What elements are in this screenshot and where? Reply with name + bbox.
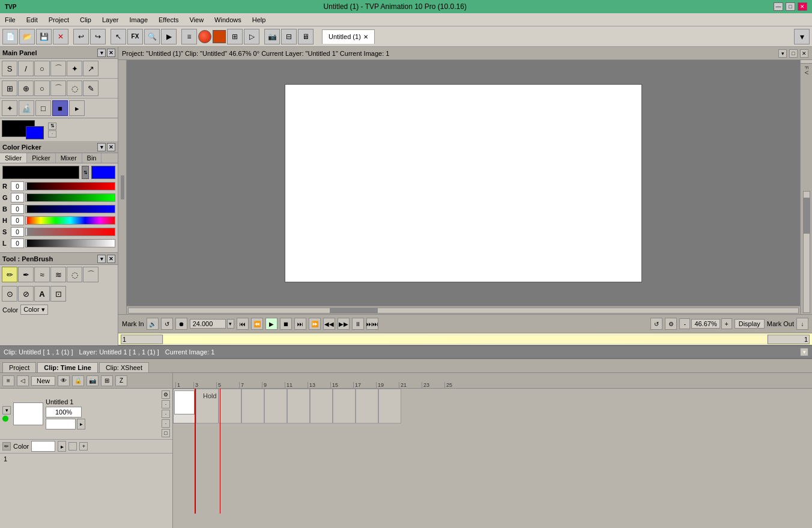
clip-status-menu-button[interactable]: ▾ bbox=[800, 348, 808, 356]
tool-redo[interactable]: ↪ bbox=[90, 29, 106, 44]
tl-layer-expand-button[interactable]: ▾ bbox=[2, 406, 11, 414]
tool-grid2[interactable]: ⊟ bbox=[281, 29, 297, 44]
tl-layer-square[interactable]: □ bbox=[162, 429, 170, 437]
s-slider-track[interactable] bbox=[25, 228, 115, 236]
pb-pause-button[interactable]: ⏸ bbox=[352, 318, 364, 330]
tool-stop[interactable]: ✕ bbox=[53, 29, 68, 44]
tool-r5[interactable]: ◌ bbox=[67, 80, 82, 96]
tool-arc[interactable]: ⌒ bbox=[50, 61, 66, 76]
fps-input[interactable] bbox=[190, 319, 226, 329]
tool-r6[interactable]: ✎ bbox=[83, 80, 98, 96]
tool-magic[interactable]: ✦ bbox=[2, 100, 17, 116]
brush-airbrush[interactable]: ≋ bbox=[50, 267, 66, 282]
tl-eye-button[interactable]: 👁 bbox=[58, 375, 70, 386]
brush-smear[interactable]: ⊘ bbox=[18, 286, 34, 302]
tab-close-icon[interactable]: ✕ bbox=[363, 34, 368, 40]
g-slider-track[interactable] bbox=[25, 193, 115, 202]
tool-more[interactable]: ▸ bbox=[69, 100, 85, 116]
l-value-input[interactable] bbox=[11, 238, 24, 248]
h-value-input[interactable] bbox=[11, 216, 24, 225]
project-bar-close-button[interactable]: ✕ bbox=[800, 49, 808, 58]
pb-settings-button[interactable]: ⚙ bbox=[665, 318, 677, 330]
r-value-input[interactable] bbox=[11, 181, 24, 191]
g-value-input[interactable] bbox=[11, 193, 24, 202]
l-slider-track[interactable] bbox=[25, 239, 115, 247]
tool-line[interactable]: / bbox=[18, 61, 34, 76]
tl-layer-settings-button[interactable]: ⚙ bbox=[162, 390, 170, 399]
pb-loop-button[interactable]: ↺ bbox=[161, 318, 173, 330]
tl-layer-color-swatch[interactable] bbox=[46, 419, 76, 429]
frame-cell-1[interactable] bbox=[173, 389, 196, 423]
tl-color-sq-button[interactable] bbox=[68, 442, 77, 451]
display-button[interactable]: Display bbox=[735, 319, 765, 329]
secondary-color-swatch[interactable] bbox=[26, 126, 44, 139]
cp-tab-mixer[interactable]: Mixer bbox=[56, 153, 82, 163]
brush-inkpen[interactable]: ✒ bbox=[18, 267, 34, 282]
tool-fill[interactable]: ✦ bbox=[67, 61, 82, 76]
brush-paint[interactable]: ⊙ bbox=[2, 286, 17, 302]
main-panel-menu-button[interactable]: ▾ bbox=[97, 49, 106, 57]
pb-markout-arrow[interactable]: ↓ bbox=[796, 318, 808, 330]
left-scroll-handle[interactable] bbox=[121, 175, 124, 199]
menu-effects[interactable]: Effects bbox=[156, 15, 181, 25]
tl-color-swatch[interactable] bbox=[31, 441, 55, 452]
project-bar-maximize-button[interactable]: □ bbox=[789, 49, 798, 58]
tool-select[interactable]: ↖ bbox=[111, 29, 126, 44]
color-picker-close-button[interactable]: ✕ bbox=[107, 143, 115, 151]
frame-timeline-bar[interactable] bbox=[163, 335, 768, 344]
menu-view[interactable]: View bbox=[187, 15, 206, 25]
btab-project[interactable]: Project bbox=[2, 362, 36, 372]
menu-clip[interactable]: Clip bbox=[77, 15, 94, 25]
tl-layer-opacity-input[interactable] bbox=[46, 407, 82, 417]
tl-layer-expand2-button[interactable]: ▸ bbox=[77, 419, 85, 429]
brush-text[interactable]: A bbox=[34, 286, 50, 302]
pb-last-button[interactable]: ⏭⏭ bbox=[366, 318, 378, 330]
tool-pen[interactable]: S bbox=[2, 61, 17, 76]
cp-secondary-display[interactable] bbox=[91, 166, 115, 179]
v-scroll-thumb[interactable] bbox=[804, 198, 810, 234]
brush-pen[interactable]: ✏ bbox=[2, 267, 17, 282]
menu-windows[interactable]: Windows bbox=[212, 15, 244, 25]
b-slider-track[interactable] bbox=[25, 205, 115, 213]
pb-prev-button[interactable]: ⏪ bbox=[251, 318, 263, 330]
fps-down-button[interactable]: ▾ bbox=[227, 319, 234, 329]
tool-select2[interactable]: ↗ bbox=[83, 61, 98, 76]
frame-cell-6[interactable] bbox=[287, 389, 310, 423]
v-scroll-track[interactable] bbox=[803, 191, 810, 314]
tl-z-button[interactable]: Z bbox=[115, 375, 127, 386]
tl-layer-dots2[interactable]: · bbox=[162, 410, 170, 418]
tl-layer-dots3[interactable]: · bbox=[162, 419, 170, 428]
tl-layer-dots1[interactable]: · bbox=[162, 400, 170, 408]
maximize-button[interactable]: □ bbox=[786, 2, 795, 11]
project-bar-menu-button[interactable]: ▾ bbox=[778, 49, 787, 58]
tl-color-extra-button[interactable]: + bbox=[79, 442, 88, 451]
zoom-in-button[interactable]: + bbox=[721, 318, 732, 329]
pb-start-button[interactable]: ⏮ bbox=[237, 318, 249, 330]
menu-help[interactable]: Help bbox=[250, 15, 268, 25]
tool-open[interactable]: 📂 bbox=[19, 29, 35, 44]
tool-undo[interactable]: ↩ bbox=[73, 29, 89, 44]
cp-swap-button[interactable]: ⇅ bbox=[82, 166, 89, 179]
frame-cell-4[interactable] bbox=[241, 389, 264, 423]
frame-cell-7[interactable] bbox=[310, 389, 333, 423]
cp-tab-slider[interactable]: Slider bbox=[0, 153, 27, 163]
menu-file[interactable]: File bbox=[2, 15, 18, 25]
zoom-out-button[interactable]: - bbox=[679, 318, 690, 329]
cp-primary-display[interactable] bbox=[2, 166, 79, 179]
brush-marker[interactable]: ◌ bbox=[67, 267, 82, 282]
frame-cell-9[interactable] bbox=[356, 389, 378, 423]
r-slider-track[interactable] bbox=[25, 182, 115, 190]
frame-cell-10[interactable] bbox=[378, 389, 401, 423]
tool-paint[interactable]: ■ bbox=[52, 100, 68, 116]
tool-screen[interactable]: 🖥 bbox=[298, 29, 314, 44]
frame-cell-5[interactable] bbox=[264, 389, 287, 423]
tl-pencil-icon[interactable]: ✏ bbox=[2, 442, 11, 451]
b-value-input[interactable] bbox=[11, 204, 24, 214]
brush-eraser[interactable]: ⌒ bbox=[83, 267, 98, 282]
tool-fx[interactable]: FX bbox=[127, 29, 143, 44]
tool-camera[interactable]: 📷 bbox=[264, 29, 280, 44]
tool-save[interactable]: 💾 bbox=[36, 29, 52, 44]
tl-color-arrow-icon[interactable]: ▸ bbox=[58, 441, 66, 452]
close-button[interactable]: ✕ bbox=[798, 2, 807, 11]
color-wheel-icon[interactable] bbox=[198, 30, 211, 43]
